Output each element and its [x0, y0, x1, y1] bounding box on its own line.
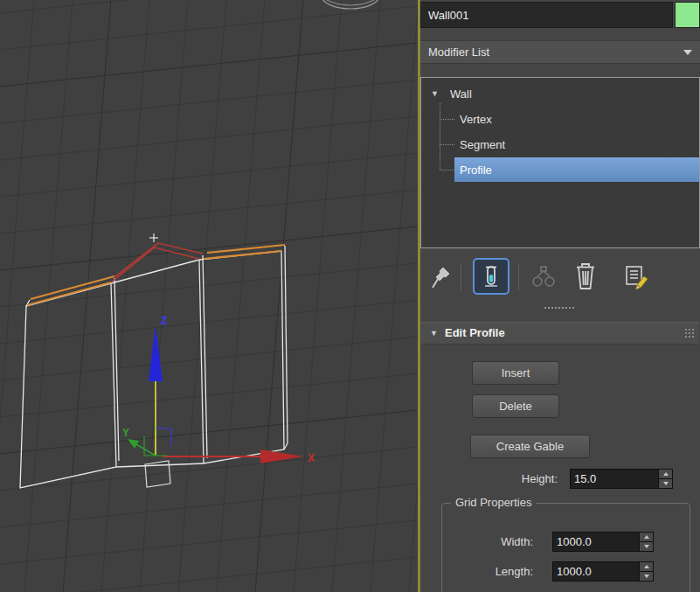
- stack-item-label: Profile: [460, 157, 492, 183]
- background-circle-object: [321, 0, 380, 9]
- stack-item-label: Wall: [450, 81, 472, 107]
- object-name-field[interactable]: [420, 2, 673, 28]
- spin-up-icon: [644, 565, 649, 568]
- width-spinner-field: [552, 532, 654, 552]
- height-spin-down[interactable]: [659, 478, 672, 488]
- toolbar-separator: [461, 264, 461, 290]
- rollout-title: Edit Profile: [445, 323, 505, 344]
- width-spin-down[interactable]: [640, 541, 653, 551]
- gable-peak-marker: [149, 233, 158, 242]
- gizmo-y-arrow[interactable]: [128, 439, 139, 449]
- rollout-header-edit-profile[interactable]: ▼ Edit Profile: [421, 322, 699, 345]
- gizmo-x-label: X: [308, 452, 315, 464]
- spin-down-icon: [644, 545, 649, 548]
- spin-up-icon: [644, 535, 649, 539]
- height-input[interactable]: [571, 470, 658, 488]
- viewport-canvas[interactable]: Z X Y: [0, 0, 418, 592]
- toolbar-separator: [518, 264, 519, 290]
- rollout-drag-grip-icon[interactable]: [685, 329, 687, 331]
- length-input[interactable]: [553, 562, 639, 581]
- pin-icon: [430, 264, 453, 292]
- remove-modifier-button[interactable]: [567, 258, 604, 295]
- expand-triangle-icon[interactable]: ▼: [431, 81, 439, 107]
- max-window: Z X Y Modifier List: [0, 0, 700, 592]
- gizmo-z-label: Z: [161, 315, 167, 327]
- spin-down-icon: [663, 482, 669, 485]
- gizmo-y-label: Y: [122, 427, 129, 439]
- trash-icon: [572, 261, 599, 291]
- spin-up-icon: [663, 472, 669, 476]
- configure-modifier-sets-button[interactable]: [618, 260, 655, 295]
- stack-item-vertex[interactable]: Vertex: [421, 107, 699, 132]
- width-label: Width:: [455, 535, 533, 548]
- pin-stack-button[interactable]: [426, 261, 457, 295]
- make-unique-icon: [530, 264, 558, 292]
- insert-button[interactable]: Insert: [472, 361, 559, 385]
- length-spinner-field: [552, 561, 654, 582]
- stack-item-label: Segment: [460, 132, 505, 157]
- width-spin-up[interactable]: [640, 533, 653, 541]
- rollout-collapse-triangle-icon[interactable]: ▼: [430, 323, 438, 344]
- object-color-swatch[interactable]: [675, 2, 700, 28]
- spin-down-icon: [644, 575, 649, 578]
- modifier-list-label: Modifier List: [428, 45, 489, 59]
- show-end-result-icon: [480, 263, 502, 289]
- height-spin-up[interactable]: [659, 470, 672, 478]
- show-end-result-button[interactable]: [473, 258, 509, 295]
- command-panel: Modifier List ▼ Wall Vertex Segment Prof…: [420, 0, 700, 592]
- stack-item-segment[interactable]: Segment: [421, 132, 699, 157]
- viewport-3d[interactable]: Z X Y: [0, 0, 418, 592]
- delete-button[interactable]: Delete: [472, 394, 559, 418]
- chevron-down-icon: [683, 50, 692, 55]
- make-unique-button[interactable]: [527, 261, 560, 295]
- grid-properties-title: Grid Properties: [451, 496, 536, 509]
- stack-item-profile[interactable]: Profile: [421, 157, 699, 183]
- height-label: Height:: [473, 472, 558, 485]
- height-spinner-field: [570, 469, 673, 489]
- stack-item-label: Vertex: [460, 107, 492, 132]
- modifier-stack: ▼ Wall Vertex Segment Profile: [420, 77, 700, 248]
- gizmo-y-shaft[interactable]: [135, 443, 156, 456]
- configure-modifier-sets-icon: [622, 263, 650, 291]
- length-label: Length:: [455, 565, 533, 578]
- length-spin-up[interactable]: [640, 562, 653, 571]
- panel-splitter-handle[interactable]: [544, 307, 576, 309]
- stack-item-wall[interactable]: ▼ Wall: [421, 81, 699, 107]
- modifier-list-dropdown[interactable]: Modifier List: [420, 40, 700, 64]
- create-gable-button[interactable]: Create Gable: [470, 435, 590, 458]
- length-spin-down[interactable]: [640, 571, 653, 581]
- width-input[interactable]: [553, 533, 639, 551]
